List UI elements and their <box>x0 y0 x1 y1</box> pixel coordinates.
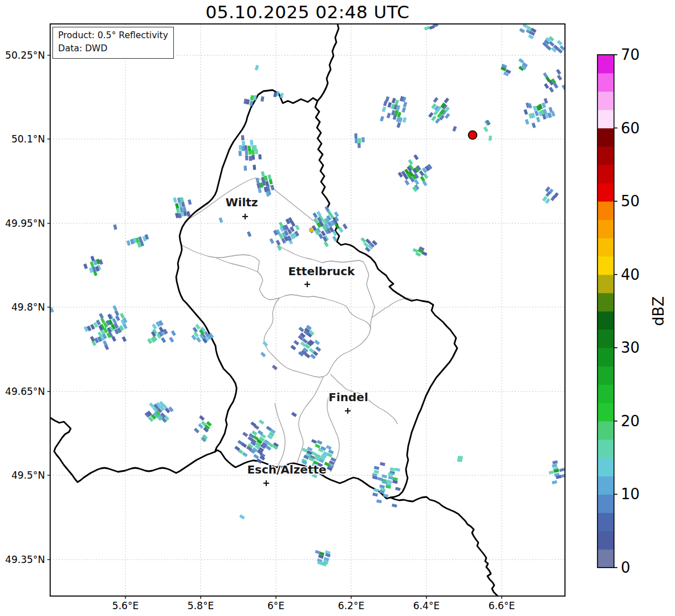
colorbar-tick-label: 70 <box>621 46 640 63</box>
lon-tick-label: 6°E <box>267 600 284 611</box>
colorbar-segment <box>597 421 614 440</box>
colorbar-segment <box>597 311 614 330</box>
colorbar-segment <box>597 494 614 513</box>
colorbar-segment <box>597 458 614 476</box>
colorbar-segment <box>597 403 614 422</box>
lat-tick-label: 49.35°N <box>5 554 45 565</box>
lat-tick-label: 49.8°N <box>11 301 45 313</box>
colorbar-tick-label: 40 <box>621 266 640 283</box>
colorbar-segment <box>597 219 614 238</box>
lon-tick-label: 6.4°E <box>413 600 440 611</box>
colorbar-segment <box>597 73 614 92</box>
echo-cell <box>357 143 361 148</box>
colorbar-segment <box>597 165 614 183</box>
echo-cell <box>238 151 242 156</box>
lat-tick-label: 49.5°N <box>11 470 45 481</box>
colorbar-segment <box>597 549 614 568</box>
echo-cell <box>358 138 361 143</box>
echo-cell <box>241 135 245 140</box>
colorbar-tick-label: 60 <box>621 120 640 137</box>
colorbar-unit-label: dBZ <box>650 296 667 326</box>
colorbar-segment <box>597 476 614 495</box>
colorbar-segment <box>597 439 614 458</box>
colorbar-segment <box>597 238 614 256</box>
radar-map: WiltzEttelbruckFindelEsch/Alzette5.6°E5.… <box>0 0 675 616</box>
echo-cell <box>250 140 253 145</box>
colorbar-tick-label: 20 <box>621 413 640 430</box>
colorbar-segment <box>597 366 614 385</box>
lat-tick-label: 49.95°N <box>5 218 45 229</box>
city-label: Esch/Alzette <box>247 463 326 476</box>
echo-cell <box>457 459 462 462</box>
colorbar-segment <box>597 385 614 403</box>
echo-cell <box>361 137 365 142</box>
product-info-line1: Product: 0.5° Reflectivity <box>58 29 168 42</box>
colorbar-segment <box>597 513 614 532</box>
colorbar-segment <box>597 275 614 293</box>
colorbar-segment <box>597 348 614 366</box>
echo-cell <box>251 145 255 150</box>
echo-cell-yellow <box>309 229 314 232</box>
echo-cell <box>245 155 249 160</box>
echo-cell <box>249 156 252 161</box>
product-info-line2: Data: DWD <box>58 42 168 55</box>
product-info-box: Product: 0.5° Reflectivity Data: DWD <box>52 27 174 59</box>
colorbar-segment <box>597 256 614 275</box>
colorbar-segment <box>597 293 614 312</box>
colorbar-segment <box>597 128 614 147</box>
echo-cell <box>242 141 245 146</box>
city-label: Wiltz <box>226 195 258 209</box>
echo-cell <box>45 308 50 314</box>
colorbar-tick-label: 50 <box>621 193 640 210</box>
city-label: Findel <box>328 390 368 404</box>
colorbar-segment <box>597 183 614 202</box>
echo-cell <box>355 138 358 144</box>
colorbar-tick-label: 30 <box>621 339 640 356</box>
echo-cell <box>354 133 357 138</box>
colorbar-segment <box>597 329 614 348</box>
echo-cell <box>258 154 262 160</box>
colorbar-tick-label: 0 <box>621 559 631 576</box>
echo-cell <box>245 150 248 155</box>
lon-tick-label: 6.6°E <box>489 600 515 611</box>
echo-cell <box>243 166 247 171</box>
colorbar-segment <box>597 531 614 550</box>
colorbar-segment <box>597 109 614 128</box>
radar-site-marker <box>469 131 477 140</box>
colorbar-segment <box>597 146 614 165</box>
colorbar-segment <box>597 201 614 220</box>
echo-cell <box>247 146 251 151</box>
colorbar-segment <box>597 91 614 110</box>
colorbar-tick-label: 10 <box>621 486 640 503</box>
lat-tick-label: 49.65°N <box>5 386 45 397</box>
lon-tick-label: 5.6°E <box>112 600 139 611</box>
echo-cell <box>239 145 242 150</box>
lat-tick-label: 50.25°N <box>5 50 45 61</box>
echo-cluster <box>457 456 463 462</box>
lon-tick-label: 6.2°E <box>338 600 364 611</box>
colorbar: 010203040506070dBZ <box>597 46 667 576</box>
colorbar-segment <box>597 55 614 74</box>
plot-background <box>50 24 565 596</box>
city-label: Ettelbruck <box>288 264 355 278</box>
lat-tick-label: 50.1°N <box>11 133 45 145</box>
lon-tick-label: 5.8°E <box>188 600 214 611</box>
figure-title: 05.10.2025 02:48 UTC <box>50 2 565 22</box>
echo-cell <box>251 154 255 160</box>
echo-cell <box>253 165 256 170</box>
echo-cell <box>458 456 463 459</box>
